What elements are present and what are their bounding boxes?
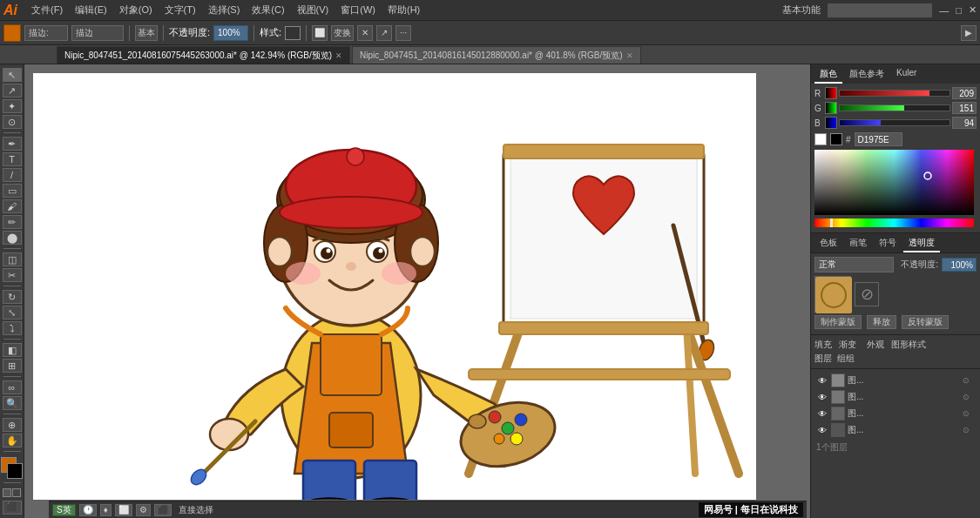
tab-swatches[interactable]: 色板 <box>814 235 842 252</box>
invert-mask-button[interactable]: 反转蒙版 <box>902 315 949 329</box>
style-swatch[interactable] <box>285 26 301 40</box>
blend-mode-dropdown[interactable]: 正常 <box>814 257 894 272</box>
layer-item-2[interactable]: 👁 图... ⊙ <box>814 389 977 405</box>
menu-window[interactable]: 窗口(W) <box>335 2 381 18</box>
create-mask-button[interactable]: 制作蒙版 <box>814 315 862 329</box>
menu-help[interactable]: 帮助(H) <box>382 2 425 18</box>
tab-transparency[interactable]: 透明度 <box>903 235 940 252</box>
toolbar-mode-btn[interactable]: 基本 <box>135 25 158 41</box>
taskbar-btn-diamond[interactable]: ♦ <box>100 504 112 516</box>
menu-object[interactable]: 对象(O) <box>114 2 158 18</box>
color-preview-fg[interactable] <box>814 133 827 145</box>
close-button[interactable]: ✕ <box>969 4 977 16</box>
layer-1-lock-icon[interactable]: ⊙ <box>963 376 975 385</box>
color-spectrum[interactable] <box>814 150 977 215</box>
tool-direct-select[interactable]: ↗ <box>3 84 22 98</box>
layer-item-4[interactable]: 👁 图... ⊙ <box>814 422 977 438</box>
tool-eyedropper[interactable]: 🔍 <box>3 396 22 410</box>
minimize-button[interactable]: — <box>939 5 949 16</box>
tool-type[interactable]: T <box>3 152 22 166</box>
tool-lasso[interactable]: ⊙ <box>3 115 22 129</box>
tab-brushes[interactable]: 画笔 <box>844 235 872 252</box>
g-slider[interactable] <box>839 104 950 111</box>
tool-rect[interactable]: ▭ <box>3 184 22 198</box>
tab-color-ref[interactable]: 颜色参考 <box>844 66 889 84</box>
stroke-dropdown[interactable]: 描边: <box>24 25 68 41</box>
tab-color[interactable]: 颜色 <box>814 66 842 84</box>
taskbar-btn-clock[interactable]: 🕐 <box>79 504 97 516</box>
maximize-button[interactable]: □ <box>956 5 962 16</box>
panel-scroll-right[interactable]: ▶ <box>961 25 977 41</box>
screen-mode-full[interactable]: ⬛ <box>3 501 22 515</box>
tab-1-close[interactable]: ✕ <box>335 51 342 60</box>
tool-zoom[interactable]: ⊕ <box>3 418 22 432</box>
transform-btn[interactable]: 变换 <box>331 25 354 41</box>
tool-btn-x[interactable]: ✕ <box>357 25 373 41</box>
taskbar-btn-rect[interactable]: ⬜ <box>115 504 132 516</box>
layer-4-eye-icon[interactable]: 👁 <box>816 424 828 436</box>
tool-paintbrush[interactable]: 🖌 <box>3 199 22 213</box>
menu-select[interactable]: 选择(S) <box>203 2 246 18</box>
align-btn[interactable]: ⬜ <box>312 25 328 41</box>
taskbar-btn-circle[interactable]: ⬛ <box>154 504 172 516</box>
menu-file[interactable]: 文件(F) <box>26 2 68 18</box>
hex-input[interactable] <box>855 132 902 146</box>
tab-kuler[interactable]: Kuler <box>891 66 922 84</box>
layer-2-lock-icon[interactable]: ⊙ <box>963 393 975 401</box>
b-value[interactable]: 94 <box>952 117 977 129</box>
tool-hand[interactable]: ✋ <box>3 434 22 447</box>
tool-magic-wand[interactable]: ✦ <box>3 99 22 113</box>
hue-bar[interactable] <box>814 219 977 227</box>
menu-type[interactable]: 文字(T) <box>159 2 201 18</box>
tool-selection[interactable]: ↖ <box>3 68 22 82</box>
stroke-color[interactable] <box>7 463 23 479</box>
tool-rotate[interactable]: ↻ <box>3 290 22 304</box>
tool-pencil[interactable]: ✏ <box>3 215 22 229</box>
layer-2-eye-icon[interactable]: 👁 <box>816 391 828 403</box>
tool-eraser[interactable]: ◫ <box>3 252 22 266</box>
tab-document-2[interactable]: Nipic_8047451_20140816145012880000.ai* @… <box>352 46 640 64</box>
tab-2-close[interactable]: ✕ <box>626 51 633 60</box>
tool-btn-more[interactable]: ··· <box>395 25 411 41</box>
layer-item-1[interactable]: 👁 图... ⊙ <box>814 373 977 388</box>
tool-warp[interactable]: ⤵ <box>3 321 22 335</box>
release-button[interactable]: 释放 <box>867 315 896 329</box>
tool-gradient[interactable]: ◧ <box>3 343 22 357</box>
menu-effect[interactable]: 效果(C) <box>247 2 289 18</box>
canvas-area[interactable]: S英 🕐 ♦ ⬜ ⚙ ⬛ 直接选择 网易号 | 每日在说科技 <box>24 64 810 518</box>
layer-4-lock-icon[interactable]: ⊙ <box>963 426 975 434</box>
tab-document-1[interactable]: Nipic_8047451_20140816075445263000.ai* @… <box>57 46 350 64</box>
menu-view[interactable]: 视图(V) <box>292 2 335 18</box>
layer-3-lock-icon[interactable]: ⊙ <box>963 409 975 418</box>
brush-dropdown[interactable]: 描边 <box>71 25 124 41</box>
g-value[interactable]: 151 <box>952 102 977 114</box>
layer-3-eye-icon[interactable]: 👁 <box>816 407 828 420</box>
color-swatch-button[interactable] <box>3 24 21 42</box>
r-slider[interactable] <box>839 90 950 97</box>
tool-mesh[interactable]: ⊞ <box>3 359 22 373</box>
no-swatch[interactable]: ⊘ <box>855 282 879 306</box>
screen-mode-full-menu[interactable] <box>12 488 21 497</box>
tool-blend[interactable]: ∞ <box>3 380 22 394</box>
tool-scissors[interactable]: ✂ <box>3 268 22 282</box>
tab-symbols[interactable]: 符号 <box>874 235 902 252</box>
tool-btn-arrow[interactable]: ↗ <box>376 25 392 41</box>
screen-mode-normal[interactable] <box>3 488 11 497</box>
menu-edit[interactable]: 编辑(E) <box>70 2 112 18</box>
fill-swatch-thumb[interactable] <box>814 276 851 313</box>
taskbar-btn-gear[interactable]: ⚙ <box>136 504 151 516</box>
tool-blob[interactable]: ⬤ <box>3 231 22 245</box>
b-slider[interactable] <box>839 119 950 126</box>
layer-1-eye-icon[interactable]: 👁 <box>816 374 828 387</box>
taskbar-btn-s[interactable]: S英 <box>52 504 76 516</box>
tool-pen[interactable]: ✒ <box>3 137 22 151</box>
r-value[interactable]: 209 <box>952 87 977 99</box>
layer-item-3[interactable]: 👁 图... ⊙ <box>814 406 977 421</box>
tool-scale[interactable]: ⤡ <box>3 306 22 320</box>
opacity-value-display[interactable]: 100% <box>942 258 977 272</box>
search-input[interactable] <box>828 3 932 17</box>
color-preview-bg[interactable] <box>830 133 842 145</box>
color-selector[interactable] <box>1 457 24 477</box>
opacity-value-box[interactable]: 100% <box>213 25 248 41</box>
tool-line[interactable]: / <box>3 168 22 182</box>
